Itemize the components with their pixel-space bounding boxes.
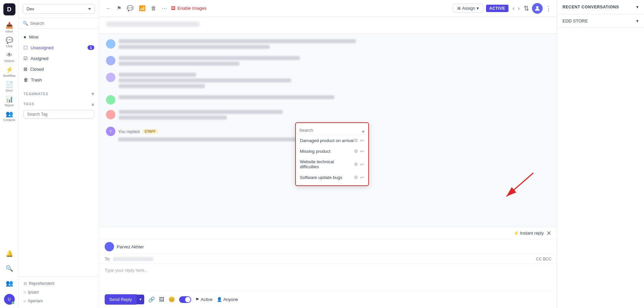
back-button[interactable]: ← xyxy=(105,4,113,13)
message-row-1 xyxy=(106,39,550,51)
nav-label-inbox: Inbox xyxy=(5,30,13,33)
inbox-icon: 📥 xyxy=(6,22,13,29)
user-avatar-nav[interactable]: U xyxy=(4,294,15,305)
close-reply-button[interactable]: ✕ xyxy=(546,230,551,237)
stats-button[interactable]: 📶 xyxy=(138,4,147,13)
tag-settings-icon-3[interactable]: ⚙ xyxy=(354,175,358,180)
flag-button[interactable]: ⚑ xyxy=(115,4,123,13)
search-input[interactable] xyxy=(30,21,95,26)
nav-item-docs[interactable]: 📄 Docs xyxy=(3,80,16,93)
left-navigation: D 📥 Inbox 💬 Chat 👁 Visitors ⚡ Workflow 📄… xyxy=(0,0,19,308)
nav-item-search[interactable]: 🔍 xyxy=(3,262,16,275)
assign-button[interactable]: ⊕ Assign ▾ xyxy=(453,4,483,13)
status-toggle[interactable] xyxy=(179,296,191,303)
tag-settings-icon-0[interactable]: ⚙ xyxy=(354,138,358,143)
tag-settings-icon-1[interactable]: ⚙ xyxy=(354,148,358,154)
message-lines-5 xyxy=(119,110,550,121)
bottom-item-label-0: Reprehenderit xyxy=(29,281,54,286)
active-label[interactable]: ⚑ Active xyxy=(195,297,212,302)
email-subject xyxy=(99,17,557,34)
right-panel-header: RECENT CONVERSATIONS ▾ xyxy=(557,0,644,14)
sidebar: Dev 🔍 ● Mine ☐ Unassigned 1 ☑ Assigned ⊠… xyxy=(19,0,99,308)
staff-avatar: Y xyxy=(106,127,115,136)
nav-item-bell[interactable]: 🔔 xyxy=(3,247,16,260)
tag-arrow-icon-0[interactable]: ↩ xyxy=(360,138,364,143)
assign-label: Assign xyxy=(462,6,475,11)
send-reply-dropdown[interactable]: ▾ xyxy=(137,295,144,304)
sidebar-label-assigned: Assigned xyxy=(31,56,48,61)
reply-from-header: Parvez Akhter xyxy=(99,239,557,254)
nav-item-visitors[interactable]: 👁 Visitors xyxy=(3,50,16,64)
expand-button[interactable]: ⇅ xyxy=(524,4,529,12)
workspace-select[interactable]: Dev xyxy=(23,4,95,14)
sidebar-bottom-item-0[interactable]: ⊙ Reprehenderit xyxy=(19,279,99,288)
nav-label-docs: Docs xyxy=(6,89,13,92)
nav-label-contacts: Contacts xyxy=(3,118,15,122)
message-row-2 xyxy=(106,56,550,67)
teammates-toggle[interactable]: ▾ xyxy=(92,91,94,97)
cc-label[interactable]: CC xyxy=(536,257,542,261)
nav-item-chat[interactable]: 💬 Chat xyxy=(3,36,16,49)
search-box[interactable]: 🔍 xyxy=(19,18,99,29)
sender-avatar-2 xyxy=(106,56,115,65)
flag-icon: ⚑ xyxy=(195,297,199,302)
assigned-icon: ☑ xyxy=(23,56,28,61)
chat-bubble-button[interactable]: 💬 xyxy=(125,4,135,13)
tag-arrow-icon-3[interactable]: ↩ xyxy=(360,175,364,180)
tag-arrow-icon-2[interactable]: ↩ xyxy=(360,162,364,167)
tag-item-3[interactable]: Software update bugs ⚙ ↩ xyxy=(296,172,368,183)
sender-avatar-4 xyxy=(106,95,115,105)
tag-search-input[interactable] xyxy=(299,128,365,133)
tag-settings-icon-2[interactable]: ⚙ xyxy=(354,162,358,167)
tag-item-1[interactable]: Missing product ⚙ ↩ xyxy=(296,146,368,157)
sidebar-item-closed[interactable]: ⊠ Closed xyxy=(19,64,99,74)
send-reply-label[interactable]: Send Reply xyxy=(105,294,137,305)
person-icon: 👤 xyxy=(217,297,222,302)
sidebar-item-mine[interactable]: ● Mine xyxy=(19,32,99,42)
tags-toggle[interactable]: ▴ xyxy=(92,101,94,107)
attachment-icon[interactable]: 🔗 xyxy=(148,296,155,303)
visitors-icon: 👁 xyxy=(6,52,12,59)
tags-label: TAGS xyxy=(23,102,34,106)
tag-item-0[interactable]: Damaged product on arrival ⚙ ↩ xyxy=(296,135,368,146)
panel-more-button[interactable]: ⋮ xyxy=(545,5,551,12)
send-reply-button[interactable]: Send Reply ▾ xyxy=(105,294,144,305)
more-options-button[interactable]: ⋯ xyxy=(160,4,168,13)
sidebar-item-assigned[interactable]: ☑ Assigned xyxy=(19,53,99,64)
sidebar-bottom-item-1[interactable]: ○ Ipsam xyxy=(19,288,99,297)
assign-icon: ⊕ xyxy=(457,6,461,11)
delete-button[interactable]: 🗑 xyxy=(150,4,158,13)
sidebar-label-unassigned: Unassigned xyxy=(31,45,54,50)
next-arrow[interactable]: › xyxy=(517,4,521,13)
right-panel: RECENT CONVERSATIONS ▾ EDD STORE ▾ xyxy=(557,0,644,308)
sidebar-item-unassigned[interactable]: ☐ Unassigned 1 xyxy=(19,42,99,53)
nav-item-contacts[interactable]: 👥 Contacts xyxy=(3,109,16,123)
emoji-icon[interactable]: 😊 xyxy=(168,296,175,303)
enable-images-button[interactable]: 🖼 Enable Images xyxy=(171,6,207,11)
image-insert-icon[interactable]: 🖼 xyxy=(159,297,164,303)
nav-arrows: ‹ › xyxy=(511,4,521,13)
reply-textarea[interactable]: Type your reply here... xyxy=(99,264,557,291)
bcc-label[interactable]: BCC xyxy=(543,257,551,261)
nav-item-report[interactable]: 📊 Report xyxy=(3,95,16,108)
nav-item-team[interactable]: 👥 xyxy=(3,276,16,290)
bell-icon: 🔔 xyxy=(6,250,13,257)
instant-reply-button[interactable]: ⚡ Instant reply xyxy=(511,229,546,237)
right-panel-toggle[interactable]: ▾ xyxy=(636,5,639,9)
sidebar-bottom: ⊙ Reprehenderit ○ Ipsam ○ Aperiam xyxy=(19,276,99,308)
tag-arrow-icon-1[interactable]: ↩ xyxy=(360,148,364,154)
nav-item-inbox[interactable]: 📥 Inbox xyxy=(3,21,16,34)
sidebar-item-trash[interactable]: 🗑 Trash xyxy=(19,74,99,85)
edd-store-section: EDD STORE ▾ xyxy=(557,14,644,28)
tag-item-2[interactable]: Website technical difficulties ⚙ ↩ xyxy=(296,157,368,172)
prev-arrow[interactable]: ‹ xyxy=(511,4,516,13)
sidebar-bottom-item-2[interactable]: ○ Aperiam xyxy=(19,297,99,305)
anyone-label[interactable]: 👤 Anyone xyxy=(217,297,238,302)
nav-item-workflow[interactable]: ⚡ Workflow xyxy=(3,65,16,78)
tag-add-button[interactable]: + xyxy=(361,128,365,135)
message-lines-4 xyxy=(119,95,550,105)
tag-actions-2: ⚙ ↩ xyxy=(354,162,364,167)
tags-search-input[interactable] xyxy=(23,110,94,119)
message-row-5 xyxy=(106,110,550,121)
edd-store-header[interactable]: EDD STORE ▾ xyxy=(557,14,644,27)
